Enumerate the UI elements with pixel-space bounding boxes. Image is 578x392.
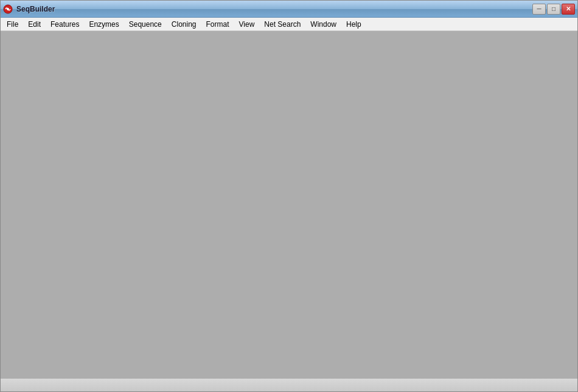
title-bar-left: SeqBuilder <box>3 4 55 14</box>
menu-enzymes[interactable]: Enzymes <box>84 18 124 30</box>
menu-edit[interactable]: Edit <box>23 18 46 30</box>
menu-file[interactable]: File <box>2 18 23 30</box>
menu-sequence[interactable]: Sequence <box>124 18 167 30</box>
close-button[interactable]: ✕ <box>562 4 575 15</box>
menu-help[interactable]: Help <box>341 18 366 30</box>
window-controls: ─ □ ✕ <box>532 4 575 15</box>
menu-window[interactable]: Window <box>305 18 341 30</box>
minimize-button[interactable]: ─ <box>532 4 546 15</box>
menu-format[interactable]: Format <box>201 18 234 30</box>
menu-bar: File Edit Features Enzymes Sequence Clon… <box>1 18 577 31</box>
svg-point-1 <box>7 8 9 10</box>
window-title: SeqBuilder <box>16 5 55 13</box>
main-window: SeqBuilder ─ □ ✕ File Edit Features Enzy… <box>0 0 578 392</box>
menu-features[interactable]: Features <box>46 18 84 30</box>
app-icon <box>3 4 13 14</box>
menu-cloning[interactable]: Cloning <box>167 18 201 30</box>
menu-net-search[interactable]: Net Search <box>259 18 305 30</box>
main-content-area <box>1 31 577 378</box>
title-bar: SeqBuilder ─ □ ✕ <box>1 1 577 18</box>
maximize-button[interactable]: □ <box>547 4 560 15</box>
status-bar <box>1 378 577 391</box>
menu-view[interactable]: View <box>234 18 260 30</box>
